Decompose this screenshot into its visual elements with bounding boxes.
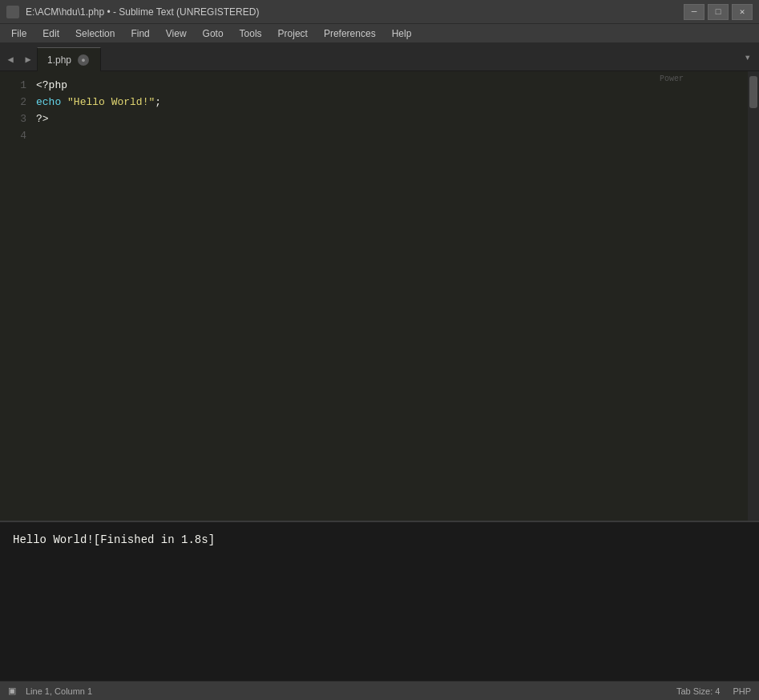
menu-find[interactable]: Find xyxy=(123,26,157,41)
editor-scrollbar[interactable] xyxy=(748,71,759,521)
code-line-3: ?> xyxy=(36,111,748,128)
status-bar-right: Tab Size: 4 PHP xyxy=(676,686,751,696)
main-area: 1 2 3 4 <?php echo "Hello World!" ; ?> xyxy=(0,71,759,681)
menu-bar: File Edit Selection Find View Goto Tools… xyxy=(0,24,759,43)
app-icon xyxy=(6,6,19,18)
status-position: Line 1, Column 1 xyxy=(26,686,92,696)
line-number-4: 4 xyxy=(6,128,26,145)
code-line-4 xyxy=(36,128,748,145)
scrollbar-thumb[interactable] xyxy=(749,76,757,108)
menu-goto[interactable]: Goto xyxy=(195,26,232,41)
code-line-2: echo "Hello World!" ; xyxy=(36,95,748,111)
status-bar-left: ▣ Line 1, Column 1 xyxy=(8,686,92,696)
menu-file[interactable]: File xyxy=(3,26,34,41)
menu-edit[interactable]: Edit xyxy=(34,26,67,41)
maximize-button[interactable]: □ xyxy=(708,4,729,20)
editor-area[interactable]: 1 2 3 4 <?php echo "Hello World!" ; ?> xyxy=(0,71,759,521)
tab-bar: ◀ ▶ 1.php ● ▾ xyxy=(0,43,759,71)
minimize-button[interactable]: ─ xyxy=(684,4,704,20)
menu-project[interactable]: Project xyxy=(270,26,316,41)
status-tab-size[interactable]: Tab Size: 4 xyxy=(676,686,720,696)
window-title: E:\ACM\hdu\1.php • - Sublime Text (UNREG… xyxy=(26,6,259,18)
code-line-1: <?php xyxy=(36,78,748,95)
menu-selection[interactable]: Selection xyxy=(67,26,123,41)
status-bar: ▣ Line 1, Column 1 Tab Size: 4 PHP xyxy=(0,681,759,700)
tab-dropdown-button[interactable]: ▾ xyxy=(740,50,756,64)
output-text: Hello World![Finished in 1.8s] xyxy=(13,532,746,549)
editor-minimap-label: Power xyxy=(660,74,684,83)
output-content: Hello World![Finished in 1.8s] xyxy=(0,522,759,681)
tab-label: 1.php xyxy=(47,54,71,66)
menu-preferences[interactable]: Preferences xyxy=(316,26,384,41)
line-number-3: 3 xyxy=(6,111,26,128)
tab-1php[interactable]: 1.php ● xyxy=(37,47,101,71)
tab-next-button[interactable]: ▶ xyxy=(19,48,37,70)
code-editor[interactable]: <?php echo "Hello World!" ; ?> Power xyxy=(36,71,748,521)
menu-tools[interactable]: Tools xyxy=(232,26,270,41)
output-panel: Hello World![Finished in 1.8s] xyxy=(0,521,759,681)
title-bar: E:\ACM\hdu\1.php • - Sublime Text (UNREG… xyxy=(0,0,759,24)
window-controls: ─ □ ✕ xyxy=(684,4,753,20)
close-button[interactable]: ✕ xyxy=(732,4,753,20)
menu-view[interactable]: View xyxy=(158,26,195,41)
line-numbers: 1 2 3 4 xyxy=(0,71,36,521)
status-language[interactable]: PHP xyxy=(733,686,751,696)
tab-prev-button[interactable]: ◀ xyxy=(2,48,19,70)
status-indicator: ▣ xyxy=(8,686,16,696)
line-number-2: 2 xyxy=(6,95,26,111)
line-number-1: 1 xyxy=(6,78,26,95)
status-icon: ▣ xyxy=(8,686,16,696)
menu-help[interactable]: Help xyxy=(384,26,420,41)
tab-close-button[interactable]: ● xyxy=(78,54,89,66)
